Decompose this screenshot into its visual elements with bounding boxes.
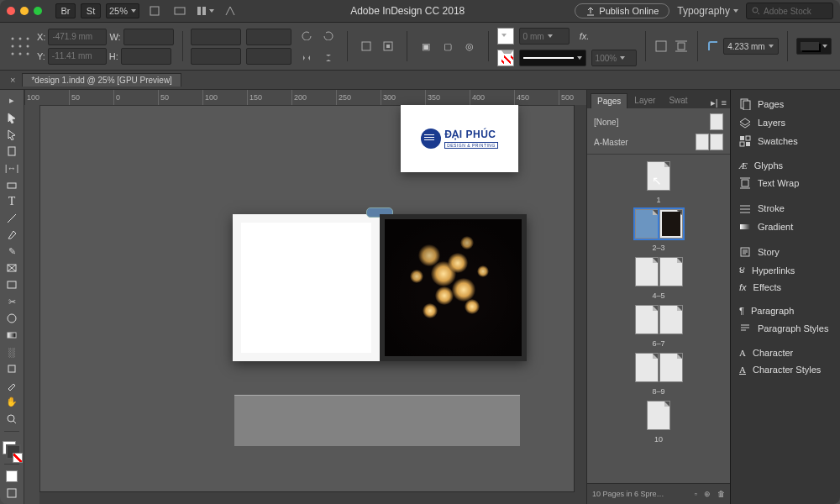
page-thumb-10[interactable]: [647, 401, 670, 430]
fill-stroke-proxy[interactable]: [3, 441, 21, 460]
rail-text-wrap[interactable]: Text Wrap: [731, 174, 840, 192]
corner-radius-field[interactable]: 4.233 mm: [723, 38, 779, 55]
page-thumb-6[interactable]: [635, 305, 659, 334]
w-field[interactable]: [123, 29, 174, 45]
rotate-ccw-icon[interactable]: [297, 25, 317, 45]
page-thumb-9[interactable]: [659, 353, 683, 382]
rail-gradient[interactable]: Gradient: [731, 218, 840, 236]
content-collector-tool[interactable]: [3, 177, 21, 192]
gradient-swatch-tool[interactable]: [3, 328, 21, 343]
document-tab[interactable]: *design 1.indd @ 25% [GPU Preview]: [22, 73, 181, 87]
page-tool[interactable]: [3, 144, 21, 159]
rail-story[interactable]: Story: [731, 243, 840, 261]
spread-2-3-artwork[interactable]: [233, 214, 527, 361]
rectangle-frame-tool[interactable]: [3, 260, 21, 276]
note-tool[interactable]: [3, 361, 21, 376]
eyedropper-tool[interactable]: [3, 378, 21, 393]
page-2-artwork[interactable]: [233, 214, 380, 361]
panel-menu-icon[interactable]: ≡: [722, 97, 727, 108]
type-tool[interactable]: T: [3, 194, 21, 209]
window-controls[interactable]: [7, 7, 42, 15]
rail-paragraph[interactable]: ¶Paragraph: [731, 302, 840, 319]
horizontal-ruler[interactable]: 10050050100150200250300350400450500: [24, 90, 586, 106]
rail-glyphs[interactable]: ÆGlyphs: [731, 157, 840, 174]
page-thumb-3[interactable]: [659, 209, 683, 239]
reference-point-grid[interactable]: [8, 33, 32, 60]
page-3-artwork[interactable]: [380, 214, 527, 361]
pencil-tool[interactable]: ✎: [3, 244, 21, 259]
edit-page-size-icon[interactable]: ▫: [695, 490, 697, 498]
rotate-cw-icon[interactable]: [318, 25, 339, 45]
gradient-feather-tool[interactable]: ░: [3, 344, 21, 360]
direct-selection-tool[interactable]: [3, 127, 21, 142]
stock-icon[interactable]: St: [81, 3, 101, 18]
gpu-performance-icon[interactable]: [220, 1, 240, 21]
rectangle-tool[interactable]: [3, 277, 21, 292]
text-wrap-bounding-icon[interactable]: [674, 36, 689, 56]
horizontal-scrollbar[interactable]: [39, 491, 586, 504]
pasteboard[interactable]: ĐẠI PHÚCDESIGN & PRINTING: [39, 105, 586, 504]
select-content-icon[interactable]: [378, 36, 398, 56]
delete-page-icon[interactable]: 🗑: [717, 490, 725, 498]
page-thumb-5[interactable]: [659, 257, 683, 286]
tab-layers[interactable]: Layer: [627, 92, 662, 108]
tab-pages[interactable]: Pages: [591, 93, 627, 108]
view-mode-normal-icon[interactable]: [3, 486, 21, 501]
search-input[interactable]: Adobe Stock: [746, 3, 833, 19]
effects-fx-icon[interactable]: fx.: [575, 26, 595, 46]
rail-hyperlinks[interactable]: ૪Hyperlinks: [731, 261, 840, 279]
rail-pages[interactable]: Pages: [731, 95, 840, 113]
rotation-field[interactable]: [246, 29, 291, 45]
rail-layers[interactable]: Layers: [731, 113, 840, 132]
fill-swatch[interactable]: [497, 28, 514, 45]
master-none[interactable]: [None]: [594, 118, 618, 127]
vertical-scrollbar[interactable]: [574, 105, 586, 492]
line-tool[interactable]: [3, 211, 21, 226]
screen-mode-icon[interactable]: [170, 1, 190, 21]
fit-frame-icon[interactable]: ▢: [438, 36, 458, 56]
scale-x-field[interactable]: [191, 29, 241, 45]
text-wrap-none-icon[interactable]: [654, 36, 669, 56]
page-thumb-1[interactable]: [647, 161, 670, 191]
rail-swatches[interactable]: Swatches: [731, 132, 840, 150]
flip-v-icon[interactable]: [318, 48, 339, 68]
y-field[interactable]: -11.41 mm: [48, 48, 107, 65]
corner-options-icon[interactable]: [706, 39, 720, 53]
zoom-level-dropdown[interactable]: 25%: [106, 3, 139, 18]
rail-paragraph-styles[interactable]: Paragraph Styles: [731, 319, 840, 338]
rail-character[interactable]: ACharacter: [731, 344, 840, 361]
close-window-icon[interactable]: [7, 7, 15, 15]
page-thumb-8[interactable]: [635, 353, 659, 382]
zoom-tool[interactable]: [3, 412, 21, 427]
opacity-field[interactable]: 100%: [591, 50, 637, 66]
stroke-swatch[interactable]: [497, 50, 514, 66]
workspace-switcher[interactable]: Typography: [675, 4, 741, 18]
fit-content-icon[interactable]: ▣: [416, 36, 436, 56]
h-field[interactable]: [121, 48, 171, 65]
apply-color-icon[interactable]: [3, 469, 21, 484]
view-options-icon[interactable]: [144, 1, 165, 21]
scale-y-field[interactable]: [191, 48, 241, 65]
pages-panel-body[interactable]: [None] A-Master 1 ↖ 2–3 4–5 6–7 8–9 10: [587, 108, 730, 483]
drop-shadow-dropdown[interactable]: [796, 38, 832, 55]
vertical-ruler[interactable]: [24, 105, 40, 504]
new-page-icon[interactable]: ⊕: [704, 490, 711, 498]
tools-toggle-icon[interactable]: ▸: [3, 93, 21, 108]
page-thumb-4[interactable]: [635, 257, 659, 286]
panel-collapse-icon[interactable]: ▸|: [711, 97, 718, 108]
selection-tool[interactable]: [3, 110, 21, 125]
publish-online-button[interactable]: Publish Online: [575, 3, 669, 18]
arrange-documents-icon[interactable]: [195, 1, 215, 21]
page-1-artwork[interactable]: ĐẠI PHÚCDESIGN & PRINTING: [401, 105, 518, 172]
shear-field[interactable]: [246, 48, 291, 65]
flip-h-icon[interactable]: [297, 48, 317, 68]
rail-character-styles[interactable]: ACharacter Styles: [731, 361, 840, 378]
page-thumb-2[interactable]: [635, 209, 659, 239]
x-field[interactable]: -471.9 mm: [48, 29, 107, 45]
zoom-window-icon[interactable]: [34, 7, 42, 15]
pen-tool[interactable]: [3, 228, 21, 243]
select-container-icon[interactable]: [356, 36, 376, 56]
minimize-window-icon[interactable]: [20, 7, 29, 15]
canvas[interactable]: 10050050100150200250300350400450500 ĐẠI …: [24, 90, 586, 504]
rail-effects[interactable]: fxEffects: [731, 279, 840, 296]
